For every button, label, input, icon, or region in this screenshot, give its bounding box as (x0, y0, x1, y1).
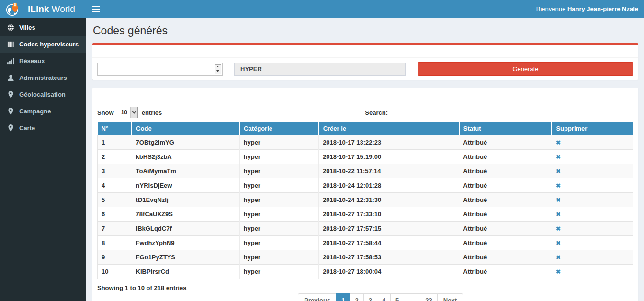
pagination-page-22[interactable]: 22 (420, 293, 437, 301)
sidebar-item-label: Géolocalisation (19, 91, 66, 98)
table-box: Show 10 entries Search: N° Code (92, 88, 638, 301)
quantity-input[interactable] (97, 63, 223, 76)
cell-code: tD1EvqNzIj (132, 192, 239, 207)
generate-form: Generate (92, 58, 638, 80)
table-row: 1 7OBtg2ImYG hyper 2018-10-17 13:22:23 A… (98, 135, 633, 149)
cell-status: Attribué (459, 192, 552, 207)
delete-icon[interactable]: ✖ (556, 182, 561, 189)
delete-icon[interactable]: ✖ (556, 268, 561, 275)
cell-category: hyper (239, 207, 319, 221)
delete-icon[interactable]: ✖ (556, 139, 561, 146)
cell-code: IBkGLqdC7f (132, 221, 239, 235)
generate-box-header (92, 45, 638, 58)
sidebar-item-campagne[interactable]: Campagne (0, 103, 86, 120)
user-icon (7, 74, 14, 81)
welcome-text: Bienvenue Hanry Jean-pierre Nzale (536, 5, 638, 12)
sidebar-item-geolocalisation[interactable]: Géolocalisation (0, 86, 86, 103)
cell-num: 4 (98, 178, 132, 192)
number-spinner (215, 64, 221, 74)
page-length-control: Show 10 entries (97, 107, 162, 118)
column-header-num[interactable]: N° (98, 122, 132, 135)
pagination-page-1[interactable]: 1 (336, 293, 350, 301)
cell-status: Attribué (459, 178, 552, 192)
cell-created: 2018-10-27 18:00:04 (319, 264, 459, 279)
app-logo[interactable]: $ iLink World (0, 0, 86, 18)
spinner-up-button[interactable] (215, 64, 221, 69)
column-header-code[interactable]: Code (132, 122, 239, 135)
cell-num: 3 (98, 164, 132, 178)
table-row: 2 kbHS2j3zbA hyper 2018-10-17 15:19:00 A… (98, 149, 633, 164)
cell-num: 10 (98, 264, 132, 279)
cell-category: hyper (239, 250, 319, 264)
signal-icon (7, 57, 14, 65)
sidebar-item-label: Carte (19, 124, 35, 132)
cell-status: Attribué (459, 164, 552, 178)
cell-category: hyper (239, 221, 319, 235)
main-content: Codes générés Generate Show 10 (86, 18, 644, 301)
generate-button[interactable]: Generate (418, 62, 633, 76)
cell-created: 2018-10-22 11:57:14 (319, 164, 459, 178)
pagination-page-5[interactable]: 5 (390, 293, 404, 301)
table-header-row: N° Code Catégorie Créer le Statut Suppri… (98, 122, 633, 135)
page-title: Codes générés (93, 24, 638, 37)
column-header-creer-le[interactable]: Créer le (319, 122, 459, 135)
cell-category: hyper (239, 149, 319, 164)
show-label: Show (97, 109, 114, 116)
chevron-down-icon (130, 107, 137, 118)
cell-status: Attribué (459, 135, 552, 149)
pagination-page-3[interactable]: 3 (363, 293, 377, 301)
table-row: 3 ToAiMymaTm hyper 2018-10-22 11:57:14 A… (98, 164, 633, 178)
delete-icon[interactable]: ✖ (556, 154, 561, 160)
cell-code: KiBPirsrCd (132, 264, 239, 279)
sidebar-menu: Villes Codes hyperviseurs Réseaux Admini… (0, 18, 86, 136)
cell-created: 2018-10-27 17:57:15 (319, 221, 459, 235)
sidebar-item-label: Codes hyperviseurs (19, 41, 79, 48)
cell-num: 2 (98, 149, 132, 164)
sidebar-item-villes[interactable]: Villes (0, 19, 86, 36)
cell-created: 2018-10-27 17:58:53 (319, 250, 459, 264)
table-row: 7 IBkGLqdC7f hyper 2018-10-27 17:57:15 A… (98, 221, 633, 235)
column-header-statut[interactable]: Statut (459, 122, 552, 135)
column-header-categorie[interactable]: Catégorie (239, 122, 319, 135)
pagination-next-button[interactable]: Next (437, 293, 463, 301)
delete-icon[interactable]: ✖ (556, 197, 561, 203)
sidebar-item-label: Campagne (19, 108, 51, 115)
cell-category: hyper (239, 178, 319, 192)
pagination-page-4[interactable]: 4 (377, 293, 391, 301)
sidebar-item-reseaux[interactable]: Réseaux (0, 53, 86, 69)
cell-created: 2018-10-24 12:31:30 (319, 192, 459, 207)
delete-icon[interactable]: ✖ (556, 240, 561, 246)
delete-icon[interactable]: ✖ (556, 254, 561, 261)
map-marker-icon (7, 91, 14, 98)
cell-category: hyper (239, 235, 319, 250)
pagination-previous-button[interactable]: Previous (298, 293, 337, 301)
table-controls: Show 10 entries Search: (97, 107, 633, 118)
table-row: 8 FwdhzYphN9 hyper 2018-10-27 17:58:44 A… (98, 235, 633, 250)
sidebar-item-carte[interactable]: Carte (0, 120, 86, 136)
page-length-value: 10 (118, 107, 130, 118)
spinner-down-button[interactable] (215, 69, 221, 74)
delete-icon[interactable]: ✖ (556, 168, 561, 175)
sidebar-toggle-icon[interactable] (92, 5, 100, 13)
cell-code: 78fCaUXZ9S (132, 207, 239, 221)
column-header-supprimer[interactable]: Supprimer (552, 122, 633, 135)
cell-num: 7 (98, 221, 132, 235)
search-input[interactable] (390, 107, 446, 118)
sidebar: Villes Codes hyperviseurs Réseaux Admini… (0, 18, 86, 301)
delete-icon[interactable]: ✖ (556, 225, 561, 232)
entries-info: Showing 1 to 10 of 218 entries (97, 284, 186, 291)
pagination-page-2[interactable]: 2 (350, 293, 363, 301)
category-field[interactable] (234, 63, 406, 76)
sidebar-item-label: Villes (19, 24, 35, 31)
sidebar-item-administrateurs[interactable]: Administrateurs (0, 69, 86, 86)
page-length-select[interactable]: 10 (118, 107, 138, 118)
cell-code: nYRIsDjEew (132, 178, 239, 192)
cell-category: hyper (239, 192, 319, 207)
cell-created: 2018-10-24 12:01:28 (319, 178, 459, 192)
quantity-stepper (97, 63, 223, 76)
delete-icon[interactable]: ✖ (556, 211, 561, 218)
sidebar-item-codes-hyperviseurs[interactable]: Codes hyperviseurs (0, 36, 86, 53)
entries-label: entries (142, 109, 162, 116)
search-label: Search: (365, 109, 388, 116)
map-marker-icon (7, 124, 14, 132)
